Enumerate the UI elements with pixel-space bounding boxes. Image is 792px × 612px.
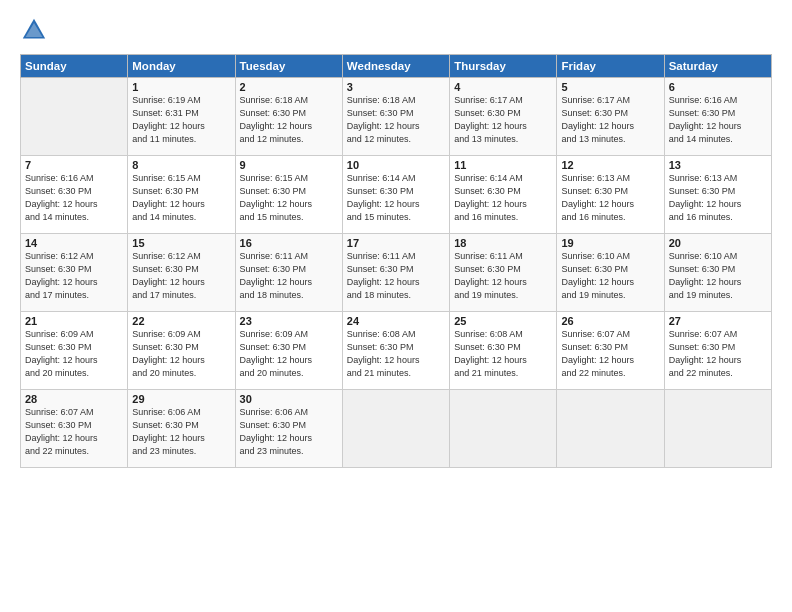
day-cell: 30Sunrise: 6:06 AM Sunset: 6:30 PM Dayli… [235, 390, 342, 468]
day-number: 16 [240, 237, 338, 249]
day-info: Sunrise: 6:18 AM Sunset: 6:30 PM Dayligh… [347, 94, 445, 146]
week-row-4: 21Sunrise: 6:09 AM Sunset: 6:30 PM Dayli… [21, 312, 772, 390]
day-info: Sunrise: 6:19 AM Sunset: 6:31 PM Dayligh… [132, 94, 230, 146]
day-cell: 16Sunrise: 6:11 AM Sunset: 6:30 PM Dayli… [235, 234, 342, 312]
day-cell: 25Sunrise: 6:08 AM Sunset: 6:30 PM Dayli… [450, 312, 557, 390]
day-info: Sunrise: 6:17 AM Sunset: 6:30 PM Dayligh… [561, 94, 659, 146]
day-info: Sunrise: 6:12 AM Sunset: 6:30 PM Dayligh… [132, 250, 230, 302]
day-cell: 19Sunrise: 6:10 AM Sunset: 6:30 PM Dayli… [557, 234, 664, 312]
day-number: 12 [561, 159, 659, 171]
day-info: Sunrise: 6:16 AM Sunset: 6:30 PM Dayligh… [669, 94, 767, 146]
day-cell: 24Sunrise: 6:08 AM Sunset: 6:30 PM Dayli… [342, 312, 449, 390]
day-info: Sunrise: 6:07 AM Sunset: 6:30 PM Dayligh… [669, 328, 767, 380]
day-number: 23 [240, 315, 338, 327]
day-info: Sunrise: 6:09 AM Sunset: 6:30 PM Dayligh… [240, 328, 338, 380]
day-info: Sunrise: 6:17 AM Sunset: 6:30 PM Dayligh… [454, 94, 552, 146]
day-info: Sunrise: 6:18 AM Sunset: 6:30 PM Dayligh… [240, 94, 338, 146]
day-number: 22 [132, 315, 230, 327]
day-number: 27 [669, 315, 767, 327]
logo [20, 16, 52, 44]
day-info: Sunrise: 6:10 AM Sunset: 6:30 PM Dayligh… [561, 250, 659, 302]
day-cell [342, 390, 449, 468]
day-cell: 18Sunrise: 6:11 AM Sunset: 6:30 PM Dayli… [450, 234, 557, 312]
weekday-header-monday: Monday [128, 55, 235, 78]
day-info: Sunrise: 6:14 AM Sunset: 6:30 PM Dayligh… [347, 172, 445, 224]
week-row-1: 1Sunrise: 6:19 AM Sunset: 6:31 PM Daylig… [21, 78, 772, 156]
week-row-2: 7Sunrise: 6:16 AM Sunset: 6:30 PM Daylig… [21, 156, 772, 234]
week-row-5: 28Sunrise: 6:07 AM Sunset: 6:30 PM Dayli… [21, 390, 772, 468]
day-cell: 7Sunrise: 6:16 AM Sunset: 6:30 PM Daylig… [21, 156, 128, 234]
day-number: 20 [669, 237, 767, 249]
day-info: Sunrise: 6:15 AM Sunset: 6:30 PM Dayligh… [132, 172, 230, 224]
day-cell: 17Sunrise: 6:11 AM Sunset: 6:30 PM Dayli… [342, 234, 449, 312]
day-cell: 21Sunrise: 6:09 AM Sunset: 6:30 PM Dayli… [21, 312, 128, 390]
day-cell: 15Sunrise: 6:12 AM Sunset: 6:30 PM Dayli… [128, 234, 235, 312]
day-number: 8 [132, 159, 230, 171]
day-cell [21, 78, 128, 156]
day-cell: 2Sunrise: 6:18 AM Sunset: 6:30 PM Daylig… [235, 78, 342, 156]
day-cell: 5Sunrise: 6:17 AM Sunset: 6:30 PM Daylig… [557, 78, 664, 156]
day-number: 4 [454, 81, 552, 93]
day-number: 2 [240, 81, 338, 93]
day-cell: 6Sunrise: 6:16 AM Sunset: 6:30 PM Daylig… [664, 78, 771, 156]
day-number: 26 [561, 315, 659, 327]
weekday-header-tuesday: Tuesday [235, 55, 342, 78]
day-number: 29 [132, 393, 230, 405]
day-number: 14 [25, 237, 123, 249]
calendar-page: SundayMondayTuesdayWednesdayThursdayFrid… [0, 0, 792, 612]
day-number: 19 [561, 237, 659, 249]
day-cell: 9Sunrise: 6:15 AM Sunset: 6:30 PM Daylig… [235, 156, 342, 234]
day-info: Sunrise: 6:16 AM Sunset: 6:30 PM Dayligh… [25, 172, 123, 224]
weekday-header-row: SundayMondayTuesdayWednesdayThursdayFrid… [21, 55, 772, 78]
day-number: 30 [240, 393, 338, 405]
header [20, 16, 772, 44]
day-number: 21 [25, 315, 123, 327]
calendar-table: SundayMondayTuesdayWednesdayThursdayFrid… [20, 54, 772, 468]
day-info: Sunrise: 6:13 AM Sunset: 6:30 PM Dayligh… [561, 172, 659, 224]
day-info: Sunrise: 6:13 AM Sunset: 6:30 PM Dayligh… [669, 172, 767, 224]
day-info: Sunrise: 6:14 AM Sunset: 6:30 PM Dayligh… [454, 172, 552, 224]
day-info: Sunrise: 6:08 AM Sunset: 6:30 PM Dayligh… [454, 328, 552, 380]
day-cell: 10Sunrise: 6:14 AM Sunset: 6:30 PM Dayli… [342, 156, 449, 234]
weekday-header-friday: Friday [557, 55, 664, 78]
day-cell: 13Sunrise: 6:13 AM Sunset: 6:30 PM Dayli… [664, 156, 771, 234]
day-number: 10 [347, 159, 445, 171]
day-info: Sunrise: 6:11 AM Sunset: 6:30 PM Dayligh… [454, 250, 552, 302]
day-cell: 1Sunrise: 6:19 AM Sunset: 6:31 PM Daylig… [128, 78, 235, 156]
day-number: 25 [454, 315, 552, 327]
day-info: Sunrise: 6:08 AM Sunset: 6:30 PM Dayligh… [347, 328, 445, 380]
day-cell: 26Sunrise: 6:07 AM Sunset: 6:30 PM Dayli… [557, 312, 664, 390]
day-info: Sunrise: 6:09 AM Sunset: 6:30 PM Dayligh… [132, 328, 230, 380]
day-cell: 12Sunrise: 6:13 AM Sunset: 6:30 PM Dayli… [557, 156, 664, 234]
day-number: 5 [561, 81, 659, 93]
day-number: 3 [347, 81, 445, 93]
day-cell: 22Sunrise: 6:09 AM Sunset: 6:30 PM Dayli… [128, 312, 235, 390]
day-info: Sunrise: 6:09 AM Sunset: 6:30 PM Dayligh… [25, 328, 123, 380]
day-info: Sunrise: 6:06 AM Sunset: 6:30 PM Dayligh… [240, 406, 338, 458]
day-cell: 29Sunrise: 6:06 AM Sunset: 6:30 PM Dayli… [128, 390, 235, 468]
day-number: 7 [25, 159, 123, 171]
week-row-3: 14Sunrise: 6:12 AM Sunset: 6:30 PM Dayli… [21, 234, 772, 312]
day-info: Sunrise: 6:07 AM Sunset: 6:30 PM Dayligh… [25, 406, 123, 458]
weekday-header-sunday: Sunday [21, 55, 128, 78]
day-number: 11 [454, 159, 552, 171]
day-cell: 14Sunrise: 6:12 AM Sunset: 6:30 PM Dayli… [21, 234, 128, 312]
weekday-header-thursday: Thursday [450, 55, 557, 78]
logo-icon [20, 16, 48, 44]
weekday-header-saturday: Saturday [664, 55, 771, 78]
day-number: 6 [669, 81, 767, 93]
day-cell: 8Sunrise: 6:15 AM Sunset: 6:30 PM Daylig… [128, 156, 235, 234]
day-cell: 11Sunrise: 6:14 AM Sunset: 6:30 PM Dayli… [450, 156, 557, 234]
day-cell: 28Sunrise: 6:07 AM Sunset: 6:30 PM Dayli… [21, 390, 128, 468]
day-cell: 4Sunrise: 6:17 AM Sunset: 6:30 PM Daylig… [450, 78, 557, 156]
day-info: Sunrise: 6:10 AM Sunset: 6:30 PM Dayligh… [669, 250, 767, 302]
day-info: Sunrise: 6:12 AM Sunset: 6:30 PM Dayligh… [25, 250, 123, 302]
day-number: 28 [25, 393, 123, 405]
day-cell [664, 390, 771, 468]
day-cell [557, 390, 664, 468]
day-number: 24 [347, 315, 445, 327]
weekday-header-wednesday: Wednesday [342, 55, 449, 78]
day-number: 17 [347, 237, 445, 249]
day-info: Sunrise: 6:11 AM Sunset: 6:30 PM Dayligh… [240, 250, 338, 302]
day-cell [450, 390, 557, 468]
